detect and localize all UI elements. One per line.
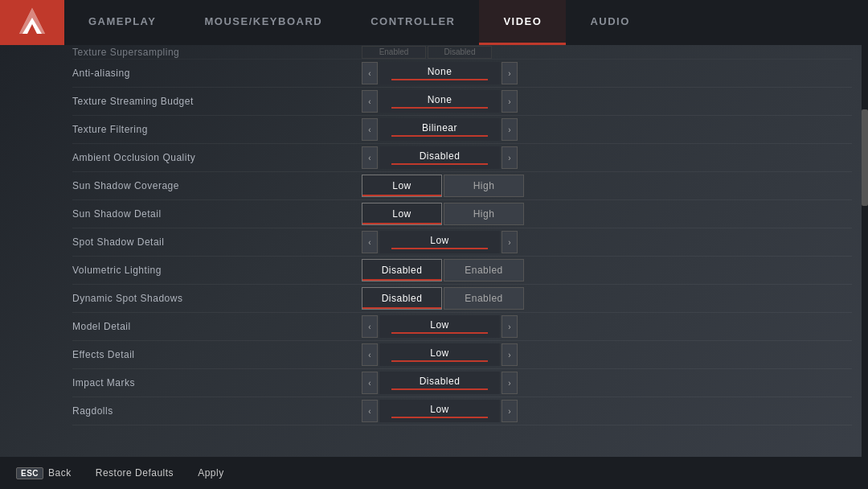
value-underline-spot-shadow-detail [391, 248, 488, 249]
toggle-btn-low-sun-shadow-coverage[interactable]: Low [362, 175, 442, 197]
arrow-right-spot-shadow-detail[interactable]: › [502, 231, 518, 253]
arrow-right-impact-marks[interactable]: › [502, 372, 518, 394]
arrow-left-ambient-occlusion-quality[interactable]: ‹ [362, 146, 378, 169]
value-underline-texture-filtering [391, 135, 488, 137]
bottom-bar: ESC Back Restore Defaults Apply [0, 457, 868, 489]
setting-label-spot-shadow-detail: Spot Shadow Detail [72, 236, 362, 248]
toggle-btn-high-sun-shadow-coverage[interactable]: High [444, 175, 524, 197]
setting-label-dynamic-spot-shadows: Dynamic Spot Shadows [72, 293, 362, 304]
setting-label-model-detail: Model Detail [72, 321, 362, 332]
setting-control-anti-aliasing: ‹ None › [362, 62, 852, 84]
value-text-spot-shadow-detail: Low [430, 235, 449, 246]
setting-row-sun-shadow-detail: Sun Shadow Detail Low High [72, 200, 852, 228]
setting-row-impact-marks: Impact Marks ‹ Disabled › [72, 369, 852, 397]
partial-setting-label: Texture Supersampling [72, 47, 362, 58]
setting-control-sun-shadow-detail: Low High [362, 203, 852, 225]
tab-mouse-keyboard[interactable]: MOUSE/KEYBOARD [180, 0, 346, 45]
nav-bar: GAMEPLAY MOUSE/KEYBOARD CONTROLLER VIDEO… [0, 0, 868, 45]
arrow-left-model-detail[interactable]: ‹ [362, 315, 378, 338]
value-box-anti-aliasing: None [379, 62, 500, 84]
arrow-right-ragdolls[interactable]: › [502, 400, 518, 422]
tab-video[interactable]: VIDEO [479, 0, 566, 45]
esc-key: ESC [16, 467, 43, 479]
toggle-btn-enabled-volumetric-lighting[interactable]: Enabled [444, 259, 524, 281]
value-underline-effects-detail [391, 360, 488, 362]
arrow-control-effects-detail: ‹ Low › [362, 343, 518, 366]
setting-row-ambient-occlusion-quality: Ambient Occlusion Quality ‹ Disabled › [72, 144, 852, 172]
value-box-texture-streaming-budget: None [379, 90, 500, 113]
back-label: Back [48, 467, 72, 479]
value-box-model-detail: Low [379, 315, 500, 338]
arrow-control-texture-streaming-budget: ‹ None › [362, 90, 518, 113]
arrow-control-texture-filtering: ‹ Bilinear › [362, 118, 518, 141]
toggle-control-sun-shadow-detail: Low High [362, 203, 524, 225]
value-underline-ambient-occlusion-quality [391, 163, 488, 165]
setting-row-anti-aliasing: Anti-aliasing ‹ None › [72, 60, 852, 88]
nav-tabs: GAMEPLAY MOUSE/KEYBOARD CONTROLLER VIDEO… [64, 0, 868, 45]
setting-row-ragdolls: Ragdolls ‹ Low › [72, 397, 852, 425]
setting-control-texture-filtering: ‹ Bilinear › [362, 118, 852, 141]
arrow-right-ambient-occlusion-quality[interactable]: › [502, 146, 518, 169]
setting-row-spot-shadow-detail: Spot Shadow Detail ‹ Low › [72, 228, 852, 257]
arrow-right-texture-filtering[interactable]: › [502, 118, 518, 141]
restore-defaults-button[interactable]: Restore Defaults [96, 467, 174, 479]
scrollbar-track[interactable] [862, 45, 868, 457]
value-underline-ragdolls [391, 417, 488, 418]
arrow-right-model-detail[interactable]: › [502, 315, 518, 338]
partial-btn-1[interactable]: Enabled [362, 46, 426, 59]
apply-button[interactable]: Apply [198, 467, 224, 479]
setting-label-anti-aliasing: Anti-aliasing [72, 68, 362, 79]
tab-audio[interactable]: AUDIO [566, 0, 653, 45]
setting-row-model-detail: Model Detail ‹ Low › [72, 313, 852, 341]
arrow-control-impact-marks: ‹ Disabled › [362, 372, 518, 394]
value-text-model-detail: Low [430, 319, 449, 331]
setting-control-volumetric-lighting: Disabled Enabled [362, 259, 852, 281]
toggle-btn-disabled-volumetric-lighting[interactable]: Disabled [362, 259, 442, 281]
back-button[interactable]: ESC Back [16, 467, 72, 479]
partial-btn-2[interactable]: Disabled [428, 46, 492, 59]
value-text-texture-streaming-budget: None [428, 94, 452, 105]
toggle-btn-enabled-dynamic-spot-shadows[interactable]: Enabled [444, 287, 524, 310]
value-underline-texture-streaming-budget [391, 107, 488, 109]
arrow-left-impact-marks[interactable]: ‹ [362, 372, 378, 394]
arrow-control-ambient-occlusion-quality: ‹ Disabled › [362, 146, 518, 169]
setting-control-impact-marks: ‹ Disabled › [362, 372, 852, 394]
tab-controller[interactable]: CONTROLLER [346, 0, 479, 45]
toggle-btn-disabled-dynamic-spot-shadows[interactable]: Disabled [362, 287, 442, 310]
value-box-impact-marks: Disabled [379, 372, 500, 394]
arrow-left-texture-streaming-budget[interactable]: ‹ [362, 90, 378, 113]
partial-setting-control: Enabled Disabled [362, 46, 492, 59]
arrow-right-effects-detail[interactable]: › [502, 343, 518, 366]
arrow-left-spot-shadow-detail[interactable]: ‹ [362, 231, 378, 253]
value-underline-impact-marks [391, 388, 488, 390]
value-text-texture-filtering: Bilinear [422, 122, 457, 134]
partial-setting-row: Texture Supersampling Enabled Disabled [72, 45, 852, 60]
setting-control-ragdolls: ‹ Low › [362, 400, 852, 422]
toggle-control-sun-shadow-coverage: Low High [362, 175, 524, 197]
setting-label-ambient-occlusion-quality: Ambient Occlusion Quality [72, 152, 362, 163]
apply-label: Apply [198, 467, 224, 479]
setting-control-dynamic-spot-shadows: Disabled Enabled [362, 287, 852, 310]
setting-row-sun-shadow-coverage: Sun Shadow Coverage Low High [72, 172, 852, 200]
setting-label-sun-shadow-detail: Sun Shadow Detail [72, 208, 362, 220]
setting-control-model-detail: ‹ Low › [362, 315, 852, 338]
setting-row-volumetric-lighting: Volumetric Lighting Disabled Enabled [72, 257, 852, 285]
setting-control-spot-shadow-detail: ‹ Low › [362, 231, 852, 253]
value-underline-anti-aliasing [391, 79, 488, 80]
setting-row-texture-streaming-budget: Texture Streaming Budget ‹ None › [72, 88, 852, 116]
setting-control-effects-detail: ‹ Low › [362, 343, 852, 366]
tab-gameplay[interactable]: GAMEPLAY [64, 0, 180, 45]
arrow-right-anti-aliasing[interactable]: › [502, 62, 518, 84]
value-text-effects-detail: Low [430, 347, 449, 359]
arrow-left-anti-aliasing[interactable]: ‹ [362, 62, 378, 84]
value-text-ragdolls: Low [430, 404, 449, 415]
toggle-btn-high-sun-shadow-detail[interactable]: High [444, 203, 524, 225]
arrow-right-texture-streaming-budget[interactable]: › [502, 90, 518, 113]
arrow-left-effects-detail[interactable]: ‹ [362, 343, 378, 366]
value-underline-model-detail [391, 332, 488, 334]
arrow-left-ragdolls[interactable]: ‹ [362, 400, 378, 422]
setting-control-ambient-occlusion-quality: ‹ Disabled › [362, 146, 852, 169]
toggle-btn-low-sun-shadow-detail[interactable]: Low [362, 203, 442, 225]
arrow-left-texture-filtering[interactable]: ‹ [362, 118, 378, 141]
scrollbar-thumb[interactable] [862, 109, 868, 206]
